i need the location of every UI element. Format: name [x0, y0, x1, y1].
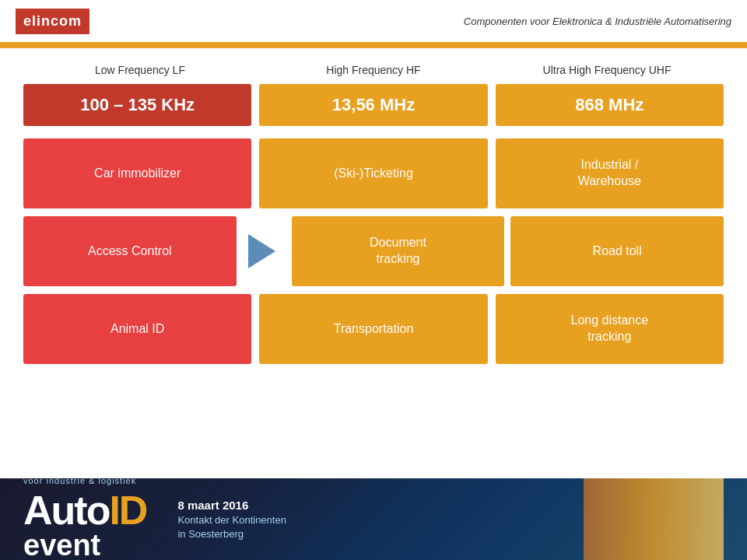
- cell-long-distance-tracking: Long distancetracking: [496, 294, 724, 364]
- logo-area: elincom: [16, 9, 89, 34]
- cell-industrial-warehouse: Industrial /Warehouse: [496, 138, 724, 208]
- footer-right: 8 maart 2016 Kontakt der Kontinenten in …: [177, 499, 286, 540]
- cell-document-tracking: Documenttracking: [292, 216, 505, 286]
- arrow-icon: [248, 234, 275, 268]
- arrow-container: [243, 234, 282, 268]
- app-row-2: Access Control Documenttracking Road tol…: [23, 216, 724, 286]
- header-subtitle: Componenten voor Elektronica & Industrië…: [464, 16, 731, 27]
- footer-line2: in Soesterberg: [177, 528, 286, 540]
- application-rows: Car immobilizer (Ski-)Ticketing Industri…: [23, 138, 724, 364]
- main-content: Low Frequency LF High Frequency HF Ultra…: [0, 48, 747, 372]
- freq-hf: 13,56 MHz: [259, 84, 487, 126]
- freq-uhf: 868 MHz: [496, 84, 724, 126]
- cell-animal-id: Animal ID: [23, 294, 251, 364]
- cell-car-immobilizer: Car immobilizer: [23, 138, 251, 208]
- cell-access-control: Access Control: [23, 216, 237, 286]
- footer-banner: voor industrie & logistiek Auto ID event…: [0, 478, 747, 560]
- col-header-lf: Low Frequency LF: [23, 64, 257, 76]
- cell-ski-ticketing: (Ski-)Ticketing: [259, 138, 487, 208]
- logo-text: elincom: [23, 13, 82, 29]
- footer-small-label: voor industrie & logistiek: [23, 478, 146, 485]
- cell-transportation: Transportation: [259, 294, 487, 364]
- footer-line1: Kontakt der Kontinenten: [177, 514, 286, 526]
- footer-autoid: Auto ID: [23, 487, 146, 534]
- column-headers: Low Frequency LF High Frequency HF Ultra…: [23, 64, 724, 76]
- footer-image-decoration: [584, 478, 724, 560]
- footer-date: 8 maart 2016: [177, 499, 286, 512]
- footer-event-text: event: [23, 529, 146, 560]
- col-header-hf: High Frequency HF: [257, 64, 490, 76]
- header: elincom Componenten voor Elektronica & I…: [0, 0, 747, 45]
- footer-id-text: ID: [109, 487, 146, 534]
- footer-left: voor industrie & logistiek Auto ID event: [23, 478, 146, 560]
- app-row-3: Animal ID Transportation Long distancetr…: [23, 294, 724, 364]
- footer-auto-text: Auto: [23, 487, 109, 534]
- cell-road-toll: Road toll: [510, 216, 724, 286]
- logo: elincom: [16, 9, 89, 34]
- app-row-1: Car immobilizer (Ski-)Ticketing Industri…: [23, 138, 724, 208]
- frequency-row: 100 – 135 KHz 13,56 MHz 868 MHz: [23, 84, 724, 126]
- freq-lf: 100 – 135 KHz: [23, 84, 251, 126]
- col-header-uhf: Ultra High Frequency UHF: [490, 64, 724, 76]
